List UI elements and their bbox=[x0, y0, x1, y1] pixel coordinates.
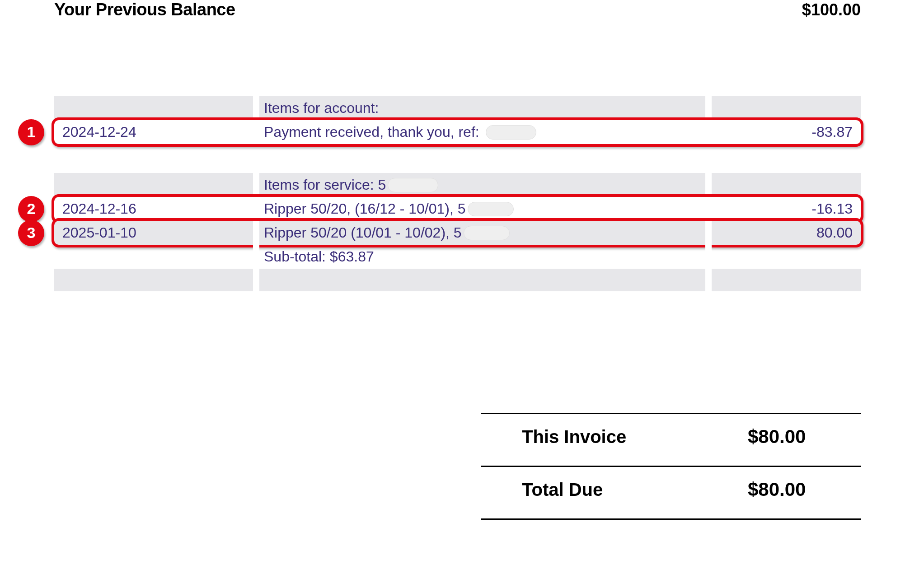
empty-cell bbox=[54, 96, 253, 120]
line-description: Ripper 50/20, (16/12 - 10/01), 5 bbox=[259, 197, 705, 221]
line-description: Payment received, thank you, ref: bbox=[259, 120, 705, 144]
total-due-amount: $80.00 bbox=[748, 479, 806, 500]
table-row: 1 2024-12-24 Payment received, thank you… bbox=[54, 120, 861, 144]
line-items-table: Items for account: 1 2024-12-24 Payment … bbox=[54, 96, 861, 291]
empty-cell bbox=[54, 269, 253, 291]
subtotal-text: Sub-total: $63.87 bbox=[259, 245, 705, 269]
empty-cell bbox=[54, 173, 253, 197]
total-due-label: Total Due bbox=[481, 480, 603, 500]
line-amount: -83.87 bbox=[712, 120, 861, 144]
line-description: Ripper 50/20 (10/01 - 10/02), 5 bbox=[259, 221, 705, 245]
line-date: 2024-12-24 bbox=[54, 120, 253, 144]
redacted-value bbox=[388, 178, 438, 192]
redacted-value bbox=[486, 125, 536, 140]
empty-cell bbox=[712, 245, 861, 269]
empty-cell bbox=[54, 245, 253, 269]
redacted-value bbox=[464, 226, 510, 240]
empty-cell bbox=[712, 96, 861, 120]
line-amount: -16.13 bbox=[712, 197, 861, 221]
line-date: 2024-12-16 bbox=[54, 197, 253, 221]
line-description-text: Ripper 50/20 (10/01 - 10/02), 5 bbox=[264, 224, 462, 241]
empty-footer-row bbox=[54, 269, 861, 291]
service-section-header: Items for service: 5 bbox=[54, 173, 861, 197]
redacted-value bbox=[468, 202, 514, 216]
totals-block: This Invoice $80.00 Total Due $80.00 bbox=[481, 413, 861, 520]
previous-balance-label: Your Previous Balance bbox=[54, 0, 235, 19]
this-invoice-amount: $80.00 bbox=[748, 426, 806, 447]
line-description-text: Ripper 50/20, (16/12 - 10/01), 5 bbox=[264, 201, 466, 217]
previous-balance-row: Your Previous Balance $100.00 bbox=[54, 0, 861, 19]
service-section-title-text: Items for service: 5 bbox=[264, 177, 386, 193]
subtotal-row: Sub-total: $63.87 bbox=[54, 245, 861, 269]
table-row: 2 2024-12-16 Ripper 50/20, (16/12 - 10/0… bbox=[54, 197, 861, 221]
account-section-header: Items for account: bbox=[54, 96, 861, 120]
annotation-badge: 3 bbox=[18, 220, 44, 246]
invoice-page: Your Previous Balance $100.00 Items for … bbox=[0, 0, 924, 574]
this-invoice-row: This Invoice $80.00 bbox=[481, 413, 861, 466]
line-description-text: Payment received, thank you, ref: bbox=[264, 124, 479, 140]
empty-cell bbox=[712, 269, 861, 291]
account-section-title: Items for account: bbox=[259, 96, 705, 120]
total-due-row: Total Due $80.00 bbox=[481, 466, 861, 520]
line-amount: 80.00 bbox=[712, 221, 861, 245]
empty-cell bbox=[712, 173, 861, 197]
previous-balance-amount: $100.00 bbox=[802, 0, 861, 19]
line-date: 2025-01-10 bbox=[54, 221, 253, 245]
empty-cell bbox=[259, 269, 705, 291]
table-row: 3 2025-01-10 Ripper 50/20 (10/01 - 10/02… bbox=[54, 221, 861, 245]
this-invoice-label: This Invoice bbox=[481, 427, 626, 447]
annotation-badge: 1 bbox=[18, 119, 44, 145]
annotation-badge: 2 bbox=[18, 196, 44, 222]
service-section-title: Items for service: 5 bbox=[259, 173, 705, 197]
